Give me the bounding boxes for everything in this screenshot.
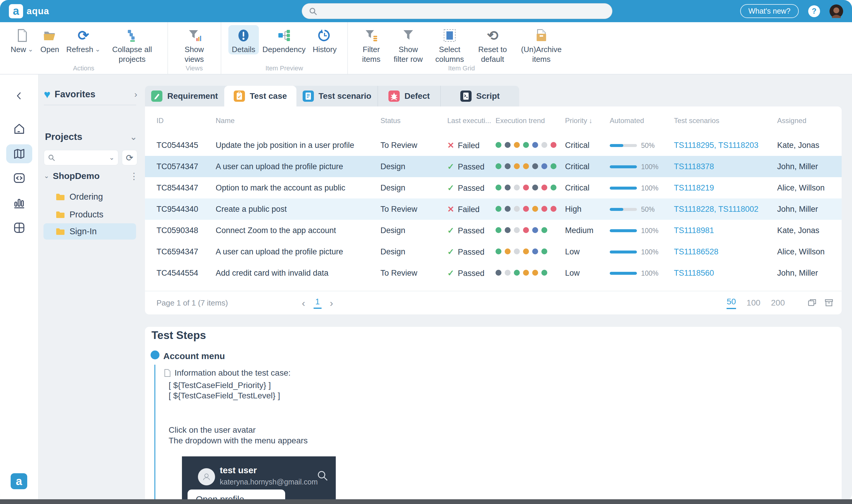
refresh-button[interactable]: ⟳ Refresh⌄ [63, 25, 104, 54]
next-page-button[interactable]: › [330, 297, 333, 309]
table-row[interactable]: TC8544347 Option to mark the account as … [145, 177, 842, 198]
cell-status: To Review [380, 269, 447, 278]
execution-trend-dots [495, 183, 565, 193]
collapse-sidebar-button[interactable] [6, 86, 32, 105]
chevron-down-icon[interactable]: ⌄ [44, 173, 49, 179]
table-row[interactable]: TC0590348 Connect Zoom to the app accoun… [145, 220, 842, 241]
rail-item-dashboards[interactable] [6, 218, 32, 237]
open-button[interactable]: Open [37, 25, 63, 54]
tab-requirement[interactable]: Requirement [145, 86, 224, 107]
automation-progress-bar [610, 165, 637, 168]
projects-section-header[interactable]: Projects ⌄ [45, 131, 137, 142]
test-steps-panel: Test Steps Account menu Information abou… [145, 327, 842, 502]
folder-item-ordering[interactable]: Ordering [43, 189, 136, 205]
select-columns-button[interactable]: Select columns [429, 25, 470, 64]
step-name[interactable]: Account menu [163, 351, 225, 361]
test-scenario-link[interactable]: TS1118228, TS1118002 [674, 205, 759, 214]
cell-name: Option to mark the account as public [216, 183, 380, 193]
dependency-button[interactable]: Dependency [259, 25, 309, 54]
show-filter-row-icon [401, 29, 415, 42]
table-row[interactable]: TC9544340 Create a public post To Review… [145, 198, 842, 220]
test-scenario-link[interactable]: TS1118295, TS1118203 [674, 141, 759, 150]
global-search-input[interactable] [302, 3, 612, 19]
history-button[interactable]: History [309, 25, 340, 54]
page-size-100[interactable]: 100 [747, 298, 761, 308]
chevron-right-icon[interactable]: › [134, 89, 137, 100]
passed-icon [447, 268, 454, 278]
automation-percent: 100% [641, 269, 658, 277]
refresh-icon: ⟳ [78, 29, 89, 42]
step-attachment-screenshot[interactable]: test user kateryna.hornysh@gmail.com Ope… [182, 456, 336, 502]
test-scenario-link[interactable]: TS1118378 [674, 162, 714, 171]
table-row-selected[interactable]: TC0574347 A user can upload the profile … [145, 156, 842, 177]
favorites-section[interactable]: ♥ Favorites › [44, 89, 137, 100]
folder-item-signin[interactable]: Sign-In [43, 223, 136, 239]
project-node-shopdemo[interactable]: ⌄ ShopDemo ⋮ [44, 168, 139, 183]
folder-icon [56, 211, 65, 218]
execution-trend-dots [495, 205, 565, 214]
rail-item-projects[interactable] [6, 144, 32, 163]
cell-assigned: John, Miller [777, 269, 842, 278]
test-scenario-link[interactable]: TS1118219 [674, 183, 714, 192]
failed-icon [447, 141, 454, 150]
kebab-menu-icon[interactable]: ⋮ [130, 171, 139, 181]
select-columns-label: Select columns [433, 45, 467, 64]
table-row[interactable]: TC4544554 Add credit card with invalid d… [145, 262, 842, 284]
tab-label: Test case [250, 91, 287, 101]
rail-item-home[interactable] [6, 120, 32, 139]
tab-test-case[interactable]: Test case [224, 86, 296, 107]
passed-icon [447, 226, 454, 235]
column-header-priority[interactable]: Priority [565, 116, 610, 125]
column-header-id[interactable]: ID [157, 116, 216, 125]
unarchive-items-button[interactable]: (Un)Archive items [515, 25, 568, 64]
project-search-input[interactable]: ⌄ [44, 150, 118, 165]
test-scenario-link[interactable]: TS11186528 [674, 247, 719, 256]
test-scenario-link[interactable]: TS1118560 [674, 269, 714, 277]
rail-item-reports[interactable] [6, 194, 32, 212]
column-header-status[interactable]: Status [380, 116, 447, 125]
cell-result: Passed [458, 226, 484, 235]
refresh-tree-button[interactable]: ⟳ [122, 150, 137, 165]
tab-defect[interactable]: Defect [378, 86, 440, 107]
table-row[interactable]: TC6594347 A user can upload the profile … [145, 241, 842, 262]
tab-test-scenario[interactable]: Test scenario [296, 86, 378, 107]
column-header-assigned[interactable]: Assigned [777, 116, 842, 125]
reset-to-default-button[interactable]: ⟲ Reset to default [470, 25, 515, 64]
details-button[interactable]: Details [229, 25, 259, 54]
folder-item-products[interactable]: Products [43, 206, 136, 223]
cell-name: Connect Zoom to the app account [216, 226, 380, 235]
page-number[interactable]: 1 [313, 297, 322, 309]
column-header-name[interactable]: Name [216, 116, 380, 125]
cell-result: Failed [458, 141, 479, 150]
project-name: ShopDemo [53, 171, 126, 181]
user-avatar[interactable] [830, 4, 843, 18]
copy-icon[interactable] [807, 298, 817, 308]
execution-trend-dots [495, 226, 565, 235]
execution-trend-dots [495, 162, 565, 171]
show-views-button[interactable]: Show views [175, 25, 214, 64]
show-filter-row-button[interactable]: Show filter row [387, 25, 429, 64]
automation-percent: 50% [641, 205, 655, 213]
column-header-test-scenarios[interactable]: Test scenarios [674, 116, 777, 125]
page-size-200[interactable]: 200 [771, 298, 785, 308]
whats-new-button[interactable]: What's new? [740, 4, 799, 18]
column-header-automated[interactable]: Automated [610, 116, 674, 125]
column-header-execution-trend[interactable]: Execution trend [495, 116, 565, 125]
rail-item-test-execution[interactable] [6, 168, 32, 187]
test-scenario-link[interactable]: TS1118981 [674, 226, 714, 235]
new-button[interactable]: New⌄ [7, 25, 37, 54]
tab-script[interactable]: Script [440, 86, 519, 107]
filter-items-button[interactable]: Filter items [355, 25, 387, 64]
column-header-last-execution[interactable]: Last executi... [447, 116, 495, 125]
show-views-icon [187, 29, 201, 42]
screenshot-user-email: kateryna.hornysh@gmail.com [220, 478, 318, 486]
table-row[interactable]: TC0544345 Update the job position in a u… [145, 134, 842, 156]
collapse-all-projects-button[interactable]: Collapse all projects [104, 25, 160, 64]
chevron-down-icon[interactable]: ⌄ [109, 155, 114, 161]
help-button[interactable]: ? [808, 5, 820, 17]
chevron-down-icon[interactable]: ⌄ [130, 132, 137, 142]
archive-icon[interactable] [824, 298, 834, 308]
execution-trend-dots [495, 269, 565, 278]
page-size-50[interactable]: 50 [727, 297, 736, 309]
prev-page-button[interactable]: ‹ [302, 297, 305, 309]
